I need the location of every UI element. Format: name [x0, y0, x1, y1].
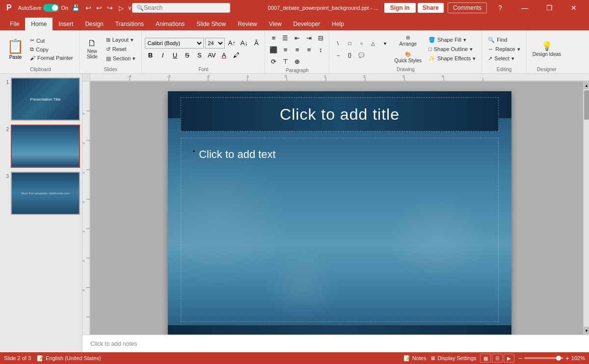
- shape-brace-button[interactable]: {}: [344, 50, 355, 60]
- align-center-button[interactable]: ≡: [280, 44, 291, 55]
- title-placeholder[interactable]: Click to add title: [181, 97, 499, 131]
- copy-button[interactable]: ⧉ Copy: [27, 45, 76, 53]
- layout-button[interactable]: ⊞ Layout ▾: [103, 36, 139, 44]
- tab-slideshow[interactable]: Slide Show: [190, 18, 232, 30]
- shape-line-button[interactable]: \: [332, 38, 343, 49]
- tab-view[interactable]: View: [263, 18, 288, 30]
- minimize-button[interactable]: —: [513, 0, 536, 16]
- slide-3-image[interactable]: More free templates: slidehunter.com: [11, 172, 80, 215]
- tab-design[interactable]: Design: [79, 18, 109, 30]
- save-icon[interactable]: 💾: [72, 4, 80, 11]
- indent-decrease-button[interactable]: ⇤: [292, 32, 302, 43]
- underline-button[interactable]: U: [169, 50, 180, 61]
- font-decrease-button[interactable]: A↓: [239, 38, 249, 49]
- outline-view-button[interactable]: ☰: [492, 354, 503, 363]
- presentation-mode-icon[interactable]: ▷: [119, 4, 124, 12]
- notes-placeholder[interactable]: Click to add notes: [90, 340, 137, 347]
- highlight-button[interactable]: 🖍: [231, 50, 241, 61]
- replace-button[interactable]: ↔ Replace ▾: [485, 45, 523, 53]
- zoom-slider[interactable]: [524, 357, 563, 359]
- share-button[interactable]: Share: [418, 3, 444, 13]
- tab-transitions[interactable]: Transitions: [109, 18, 150, 30]
- slide-1-image[interactable]: Presentation Title: [11, 78, 80, 121]
- align-text-button[interactable]: ⊤: [280, 56, 291, 67]
- shape-rect-button[interactable]: □: [344, 38, 355, 49]
- display-settings-btn[interactable]: 🖥 Display Settings: [430, 355, 476, 361]
- undo-button[interactable]: ↩: [83, 3, 93, 13]
- scroll-thumb[interactable]: [584, 90, 589, 120]
- close-button[interactable]: ✕: [562, 0, 585, 16]
- notes-display-btn[interactable]: 📝 Notes: [403, 355, 427, 362]
- shape-more-button[interactable]: ▾: [379, 38, 390, 49]
- shape-tri-button[interactable]: △: [368, 38, 378, 49]
- help-icon[interactable]: ?: [489, 0, 511, 16]
- zoom-out-button[interactable]: −: [518, 355, 522, 362]
- title-placeholder-text[interactable]: Click to add title: [280, 105, 400, 124]
- paste-button[interactable]: 📋 Paste: [5, 36, 26, 62]
- italic-button[interactable]: I: [157, 50, 168, 61]
- tab-review[interactable]: Review: [232, 18, 263, 30]
- columns-button[interactable]: ⊟: [315, 32, 326, 43]
- bold-button[interactable]: B: [145, 50, 156, 61]
- undo2-button[interactable]: ↩: [94, 3, 104, 13]
- indent-increase-button[interactable]: ⇥: [303, 32, 314, 43]
- slide-canvas[interactable]: Click to add title • Click to add text: [168, 91, 511, 335]
- char-spacing-button[interactable]: AV: [206, 50, 217, 61]
- canvas-area[interactable]: Click to add title • Click to add text ▲: [90, 81, 589, 335]
- font-size-select[interactable]: 24: [205, 38, 225, 49]
- sign-in-button[interactable]: Sign in: [384, 3, 416, 13]
- arrange-button[interactable]: ⊞ Arrange: [391, 33, 425, 49]
- align-right-button[interactable]: ≡: [292, 44, 302, 55]
- font-name-select[interactable]: Calibri (Body): [145, 38, 204, 49]
- font-increase-button[interactable]: A↑: [226, 38, 237, 49]
- shape-outline-button[interactable]: □ Shape Outline ▾: [426, 45, 479, 53]
- shape-fill-button[interactable]: 🪣 Shape Fill ▾: [426, 36, 479, 44]
- reset-button[interactable]: ↺ Reset: [103, 45, 139, 53]
- slideshow-view-button[interactable]: ▶: [504, 354, 514, 363]
- section-button[interactable]: ▤ Section ▾: [103, 54, 139, 63]
- search-bar[interactable]: 🔍: [132, 3, 230, 13]
- restore-button[interactable]: ❐: [538, 0, 561, 16]
- normal-view-button[interactable]: ▦: [480, 354, 491, 363]
- shape-callout-button[interactable]: 💬: [356, 50, 367, 60]
- design-ideas-button[interactable]: 💡 Design Ideas: [530, 40, 564, 59]
- justify-button[interactable]: ≡: [303, 44, 314, 55]
- smartart-button[interactable]: ⊕: [292, 56, 302, 67]
- quick-styles-button[interactable]: 🎨 Quick Styles: [391, 50, 425, 65]
- bullets-button[interactable]: ≡: [268, 32, 279, 43]
- shape-oval-button[interactable]: ○: [356, 38, 367, 49]
- tab-insert[interactable]: Insert: [53, 18, 79, 30]
- font-color-button[interactable]: A: [218, 50, 229, 61]
- tab-help[interactable]: Help: [326, 18, 350, 30]
- content-placeholder[interactable]: • Click to add text: [181, 138, 499, 322]
- tab-home[interactable]: Home: [25, 18, 53, 30]
- tab-developer[interactable]: Developer: [288, 18, 326, 30]
- shadow-button[interactable]: S: [194, 50, 205, 61]
- comments-button[interactable]: Comments: [448, 2, 487, 13]
- tab-file[interactable]: File: [4, 18, 25, 30]
- slide-thumbnail-2[interactable]: 2: [2, 125, 80, 168]
- new-slide-button[interactable]: 🗋 NewSlide: [82, 37, 102, 61]
- text-direction-button[interactable]: ⟳: [268, 56, 279, 67]
- slide-thumbnail-1[interactable]: 1 Presentation Title: [2, 78, 80, 121]
- scroll-up-button[interactable]: ▲: [584, 81, 589, 89]
- right-scrollbar[interactable]: ▲ ▼: [583, 81, 589, 335]
- select-button[interactable]: ↗ Select ▾: [485, 54, 523, 63]
- tab-animations[interactable]: Animations: [150, 18, 190, 30]
- shape-arrow-button[interactable]: →: [332, 50, 343, 60]
- slide-thumbnail-3[interactable]: 3 More free templates: slidehunter.com: [2, 172, 80, 215]
- scroll-down-button[interactable]: ▼: [584, 327, 589, 335]
- autosave-toggle[interactable]: [43, 4, 59, 12]
- more-icon[interactable]: ∨: [128, 4, 132, 11]
- content-placeholder-text[interactable]: Click to add text: [199, 148, 276, 161]
- zoom-in-button[interactable]: +: [565, 355, 569, 362]
- notes-bar[interactable]: Click to add notes: [82, 335, 589, 352]
- shape-effects-button[interactable]: ✨ Shape Effects ▾: [426, 54, 479, 63]
- line-spacing-button[interactable]: ↕: [315, 44, 326, 55]
- find-button[interactable]: 🔍 Find: [485, 36, 523, 44]
- font-clear-button[interactable]: Ā: [251, 38, 262, 49]
- strikethrough-button[interactable]: S: [182, 50, 192, 61]
- format-painter-button[interactable]: 🖌 Format Painter: [27, 54, 76, 62]
- align-left-button[interactable]: ⬛: [268, 44, 279, 55]
- slide-2-image[interactable]: [11, 125, 80, 168]
